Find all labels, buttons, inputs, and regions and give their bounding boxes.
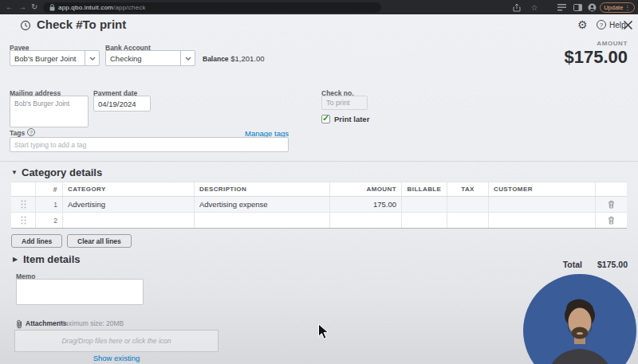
dropzone-text: Drag/Drop files here or click the icon bbox=[61, 337, 171, 345]
bank-account-select[interactable] bbox=[105, 50, 195, 66]
tags-help-icon[interactable]: ? bbox=[27, 128, 35, 136]
category-details-title[interactable]: Category details bbox=[22, 166, 102, 178]
section-divider bbox=[0, 161, 638, 162]
checkmark-icon: ✓ bbox=[322, 114, 329, 123]
col-category: CATEGORY bbox=[62, 182, 194, 196]
side-panel-icon[interactable] bbox=[572, 2, 583, 13]
description-cell[interactable] bbox=[194, 213, 329, 228]
tags-label: Tags bbox=[10, 129, 25, 137]
url-path: /app/check bbox=[113, 4, 146, 11]
col-tax: TAX bbox=[447, 182, 488, 196]
row-number: 1 bbox=[35, 197, 62, 212]
show-existing-link[interactable]: Show existing bbox=[53, 354, 180, 362]
customer-cell[interactable] bbox=[488, 213, 595, 228]
check-no-input[interactable] bbox=[321, 96, 368, 110]
category-cell[interactable] bbox=[62, 213, 194, 228]
description-cell[interactable]: Advertising expense bbox=[194, 197, 329, 212]
reading-list-icon[interactable] bbox=[556, 2, 567, 13]
item-details-expand-icon[interactable]: ▶ bbox=[13, 256, 18, 263]
table-row: 2 bbox=[11, 213, 627, 229]
memo-textarea[interactable] bbox=[16, 279, 144, 305]
payee-select[interactable] bbox=[10, 50, 100, 66]
category-details-table: # CATEGORY DESCRIPTION AMOUNT BILLABLE T… bbox=[11, 182, 627, 229]
attachments-max-size: Maximum size: 20MB bbox=[59, 319, 124, 327]
total-label: Total bbox=[518, 260, 582, 269]
balance-label: Balance bbox=[203, 55, 229, 63]
help-icon[interactable]: ? bbox=[597, 20, 606, 29]
drag-handle-icon[interactable] bbox=[11, 213, 35, 228]
item-details-title[interactable]: Item details bbox=[23, 253, 81, 265]
customer-cell[interactable] bbox=[488, 197, 595, 212]
browser-toolbar: ← → ↻ app.qbo.intuit.com/app/check ☆ Upd… bbox=[0, 0, 638, 14]
row-number: 2 bbox=[35, 213, 62, 228]
chevron-down-icon[interactable] bbox=[180, 51, 195, 65]
category-details-collapse-icon[interactable]: ▼ bbox=[11, 169, 18, 176]
mouse-cursor bbox=[317, 323, 329, 343]
tags-input[interactable] bbox=[10, 137, 289, 152]
close-icon[interactable] bbox=[623, 19, 633, 33]
table-header-row: # CATEGORY DESCRIPTION AMOUNT BILLABLE T… bbox=[11, 182, 627, 197]
col-billable: BILLABLE bbox=[401, 182, 447, 196]
browser-update-button[interactable]: Update ⋮ bbox=[600, 2, 635, 13]
payee-input[interactable] bbox=[10, 51, 85, 65]
bank-account-input[interactable] bbox=[106, 51, 180, 65]
address-bar[interactable]: app.qbo.intuit.com/app/check bbox=[43, 2, 381, 13]
balance-text: Balance $1,201.00 bbox=[203, 54, 265, 63]
webcam-overlay bbox=[523, 274, 636, 364]
amount-label: AMOUNT bbox=[597, 40, 628, 47]
page-title: Check #To print bbox=[37, 18, 126, 31]
lock-icon bbox=[49, 4, 55, 11]
total-value: $175.00 bbox=[597, 260, 628, 269]
forward-icon[interactable]: → bbox=[18, 1, 26, 14]
presenter-image bbox=[523, 274, 636, 364]
reload-icon[interactable]: ↻ bbox=[31, 1, 37, 14]
col-num: # bbox=[35, 182, 62, 196]
clear-all-lines-button[interactable]: Clear all lines bbox=[67, 234, 132, 248]
tax-cell[interactable] bbox=[447, 213, 488, 228]
add-lines-button[interactable]: Add lines bbox=[11, 234, 62, 248]
amount-cell[interactable] bbox=[329, 213, 401, 228]
bookmark-star-icon[interactable]: ☆ bbox=[529, 2, 540, 13]
payment-date-input[interactable] bbox=[93, 96, 151, 112]
billable-cell[interactable] bbox=[401, 197, 447, 212]
col-description: DESCRIPTION bbox=[194, 182, 329, 196]
balance-value: $1,201.00 bbox=[230, 54, 264, 63]
billable-cell[interactable] bbox=[401, 213, 447, 228]
recent-transactions-clock-icon[interactable] bbox=[20, 20, 31, 34]
browser-menu-kebab-icon: ⋮ bbox=[624, 4, 631, 11]
app-window: ← → ↻ app.qbo.intuit.com/app/check ☆ Upd… bbox=[0, 0, 638, 364]
attachments-dropzone[interactable]: Drag/Drop files here or click the icon bbox=[14, 330, 219, 352]
col-amount: AMOUNT bbox=[329, 182, 401, 196]
chevron-down-icon[interactable] bbox=[85, 51, 99, 65]
category-cell[interactable]: Advertising bbox=[62, 197, 194, 212]
drag-handle-column-header bbox=[11, 182, 35, 196]
amount-value: $175.00 bbox=[564, 47, 628, 68]
mailing-address-textarea[interactable]: Bob's Burger Joint bbox=[10, 96, 89, 127]
drag-handle-icon[interactable] bbox=[11, 197, 35, 212]
update-label: Update bbox=[604, 4, 623, 11]
print-later-label[interactable]: Print later bbox=[334, 115, 369, 123]
print-later-checkbox[interactable]: ✓ bbox=[321, 115, 330, 123]
delete-row-trash-icon[interactable] bbox=[595, 213, 627, 228]
amount-cell[interactable]: 175.00 bbox=[329, 197, 401, 212]
url-host: app.qbo.intuit.com bbox=[58, 4, 113, 11]
col-customer: CUSTOMER bbox=[488, 182, 595, 196]
profile-avatar-icon[interactable] bbox=[586, 2, 597, 13]
settings-gear-icon[interactable]: ⚙ bbox=[577, 18, 588, 31]
delete-row-trash-icon[interactable] bbox=[595, 197, 627, 212]
share-icon[interactable] bbox=[511, 2, 522, 13]
back-icon[interactable]: ← bbox=[6, 1, 14, 14]
tax-cell[interactable] bbox=[447, 197, 488, 212]
table-row: 1 Advertising Advertising expense 175.00 bbox=[11, 197, 627, 213]
col-actions bbox=[595, 182, 627, 196]
